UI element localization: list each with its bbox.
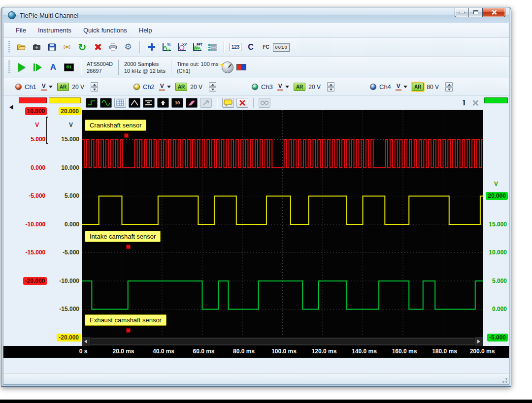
folder-open-icon (17, 43, 26, 52)
spin-down-button[interactable] (445, 87, 453, 92)
axis-yellow-header[interactable] (49, 97, 81, 103)
channel-group-ch3: Ch3 V AR 20 V (243, 82, 361, 92)
autorange-badge[interactable]: AR (175, 83, 187, 91)
maximize-button[interactable] (469, 8, 482, 17)
annotation-exhaust[interactable]: Exhaust camshaft sensor (85, 314, 166, 326)
channel-label: Ch1 (25, 83, 36, 91)
time-tick: 40.0 ms (153, 348, 174, 355)
menu-file[interactable]: File (10, 25, 32, 36)
print-button[interactable] (106, 41, 119, 54)
trigger-knob[interactable] (222, 62, 233, 73)
spin-up-button[interactable] (91, 82, 98, 87)
autosetup-button[interactable]: A (47, 61, 60, 74)
save-button[interactable] (45, 41, 58, 54)
scroll-right-button[interactable] (475, 338, 483, 345)
autorange-badge[interactable]: AR (294, 83, 305, 91)
spin-down-button[interactable] (327, 87, 334, 92)
hide-graph-button[interactable] (259, 98, 270, 108)
autorange-badge[interactable]: AR (57, 83, 69, 91)
resize-graph-button[interactable] (200, 98, 212, 108)
email-button[interactable]: ✉ (61, 41, 73, 54)
graph-close-button[interactable] (471, 99, 479, 107)
callout-button[interactable] (222, 98, 234, 108)
add-graph-button[interactable] (145, 41, 158, 54)
close-button[interactable] (482, 8, 505, 17)
resize-grip[interactable] (501, 376, 508, 383)
menu-help[interactable]: Help (133, 25, 158, 36)
delete-button[interactable] (91, 41, 104, 54)
delete-cross-icon (238, 99, 246, 106)
coupling-button[interactable]: V (158, 83, 172, 92)
channel-led[interactable] (370, 84, 376, 90)
numeric-display-button[interactable]: 123 (229, 41, 242, 54)
app-icon[interactable] (8, 11, 16, 19)
channel-led[interactable] (15, 84, 22, 90)
axis-red-tick: -20.000 (23, 277, 47, 285)
horizontal-scrollbar[interactable] (82, 337, 483, 346)
meter-button[interactable] (206, 41, 219, 54)
fit-horizontal-button[interactable] (143, 98, 155, 108)
scroll-left-button[interactable] (82, 338, 90, 345)
snapshot-button[interactable] (30, 41, 43, 54)
delete-callout-button[interactable] (236, 98, 248, 108)
display-mode-button[interactable] (236, 64, 246, 70)
menu-quick-functions[interactable]: Quick functions (78, 25, 133, 36)
yt-graph-button[interactable]: Yt (160, 41, 173, 54)
start-button[interactable] (15, 61, 28, 74)
title-bar[interactable]: TiePie Multi Channel (3, 7, 509, 23)
annotation-intake[interactable]: Intake camshaft sensor (85, 231, 161, 242)
eraser-button[interactable] (186, 98, 198, 108)
coupling-button[interactable]: V (394, 83, 409, 92)
axis-red-unit: V (35, 122, 39, 128)
i2c-button[interactable]: I²C (260, 41, 272, 54)
channel-led[interactable] (252, 84, 258, 90)
coupling-button[interactable]: V (276, 83, 291, 92)
plot-area[interactable]: Crankshaft sensor Intake camshaft sensor… (82, 110, 483, 337)
annotation-anchor[interactable] (126, 245, 131, 249)
log-axis-icon: 10 (175, 100, 180, 105)
timeout-info: Time out: 100 ms (Ch1) (177, 61, 219, 74)
open-button[interactable] (15, 41, 28, 54)
spin-down-button[interactable] (91, 87, 98, 92)
xy-graph-button[interactable]: XY (175, 41, 188, 54)
fft-graph-button[interactable]: FFT (191, 41, 203, 54)
settings-button[interactable]: ⚙ (122, 41, 134, 54)
floppy-save-icon (47, 43, 57, 52)
step-style-button[interactable] (86, 98, 98, 108)
oneshot-button[interactable] (31, 61, 44, 74)
line-style-button[interactable] (100, 98, 112, 108)
axis-panel-splitter[interactable] (3, 96, 18, 346)
counter-display-button[interactable]: 0010 (275, 41, 288, 54)
binary-display-button[interactable]: 01 (63, 61, 75, 74)
refresh-button[interactable]: ↻ (76, 41, 89, 54)
spin-up-button[interactable] (209, 82, 216, 87)
collapse-left-icon[interactable] (9, 105, 13, 110)
range-spinner (209, 82, 216, 92)
channel-led[interactable] (133, 84, 140, 90)
fit-vertical-button[interactable] (129, 98, 140, 108)
autorange-badge[interactable]: AR (412, 83, 424, 91)
axis-green-header[interactable] (484, 97, 508, 103)
log-axis-button[interactable]: 10 (171, 98, 183, 108)
minimize-button[interactable] (455, 8, 469, 17)
toolbar-separator (171, 60, 171, 74)
spin-up-button[interactable] (327, 82, 334, 87)
autoscale-button[interactable] (157, 98, 169, 108)
toolbar-grip[interactable] (8, 61, 10, 74)
time-tick: 60.0 ms (193, 348, 214, 355)
axis-red-header[interactable] (19, 97, 47, 103)
email-icon: ✉ (63, 43, 70, 52)
time-tick: 180.0 ms (432, 348, 457, 355)
annotation-anchor[interactable] (126, 328, 131, 333)
instrument-toolbar: A 01 ATS5004D 26697 2000 Samples 10 kHz … (3, 57, 509, 78)
spin-up-button[interactable] (445, 82, 453, 87)
coupling-button[interactable]: V (39, 83, 54, 92)
menu-instruments[interactable]: Instruments (33, 25, 77, 36)
annotation-crankshaft[interactable]: Crankshaft sensor (85, 120, 147, 131)
scroll-thumb[interactable] (91, 338, 474, 345)
annotation-anchor[interactable] (124, 133, 129, 138)
crescent-button[interactable]: C (244, 41, 257, 54)
spin-down-button[interactable] (209, 87, 216, 92)
toolbar-grip[interactable] (8, 41, 10, 53)
grid-button[interactable] (114, 98, 126, 108)
